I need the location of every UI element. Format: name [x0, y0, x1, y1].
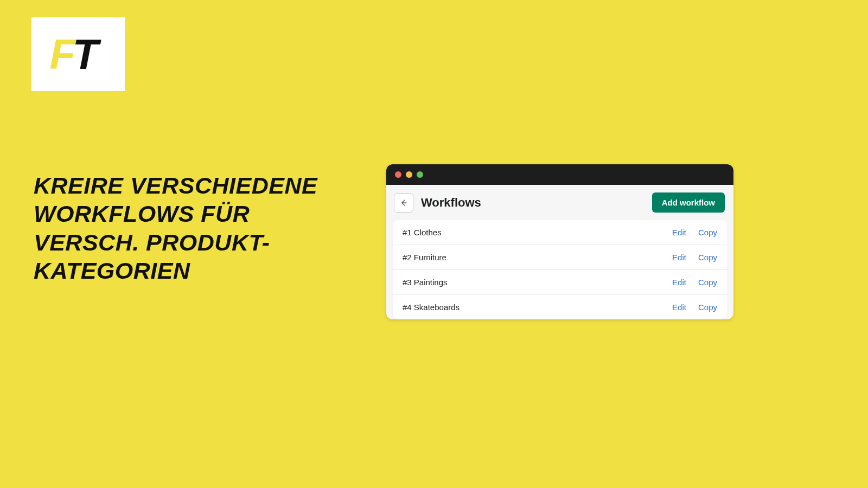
list-item: #3 Paintings Edit Copy: [393, 270, 727, 295]
workflow-name: #2 Furniture: [403, 253, 446, 262]
copy-link[interactable]: Copy: [698, 278, 717, 287]
list-item: #2 Furniture Edit Copy: [393, 245, 727, 270]
toolbar-left: Workflows: [394, 193, 481, 213]
copy-link[interactable]: Copy: [698, 303, 717, 312]
edit-link[interactable]: Edit: [672, 253, 686, 262]
copy-link[interactable]: Copy: [698, 253, 717, 262]
copy-link[interactable]: Copy: [698, 228, 717, 237]
arrow-left-icon: [399, 198, 408, 207]
logo-letter-t: T: [73, 35, 98, 73]
edit-link[interactable]: Edit: [672, 278, 686, 287]
window-minimize-icon[interactable]: [406, 171, 412, 178]
row-actions: Edit Copy: [672, 253, 717, 262]
logo-letter-f: F: [50, 35, 75, 73]
logo-mark: F T: [50, 35, 107, 73]
edit-link[interactable]: Edit: [672, 228, 686, 237]
workflow-list: #1 Clothes Edit Copy #2 Furniture Edit C…: [393, 220, 727, 319]
edit-link[interactable]: Edit: [672, 303, 686, 312]
workflow-name: #3 Paintings: [403, 278, 448, 287]
list-item: #1 Clothes Edit Copy: [393, 220, 727, 245]
window-titlebar: [386, 164, 733, 185]
window-close-icon[interactable]: [395, 171, 401, 178]
hero-headline: KREIRE VERSCHIEDENE WORKFLOWS FÜR VERSCH…: [34, 171, 327, 285]
page-toolbar: Workflows Add workflow: [386, 185, 733, 220]
app-window: Workflows Add workflow #1 Clothes Edit C…: [386, 164, 733, 319]
row-actions: Edit Copy: [672, 303, 717, 312]
row-actions: Edit Copy: [672, 228, 717, 237]
add-workflow-button[interactable]: Add workflow: [652, 192, 725, 213]
workflow-name: #1 Clothes: [403, 228, 442, 237]
window-maximize-icon[interactable]: [417, 171, 423, 178]
row-actions: Edit Copy: [672, 278, 717, 287]
page-title: Workflows: [421, 196, 481, 210]
brand-logo: F T: [31, 17, 125, 91]
workflow-name: #4 Skateboards: [403, 303, 459, 312]
back-button[interactable]: [394, 193, 413, 213]
list-item: #4 Skateboards Edit Copy: [393, 295, 727, 319]
